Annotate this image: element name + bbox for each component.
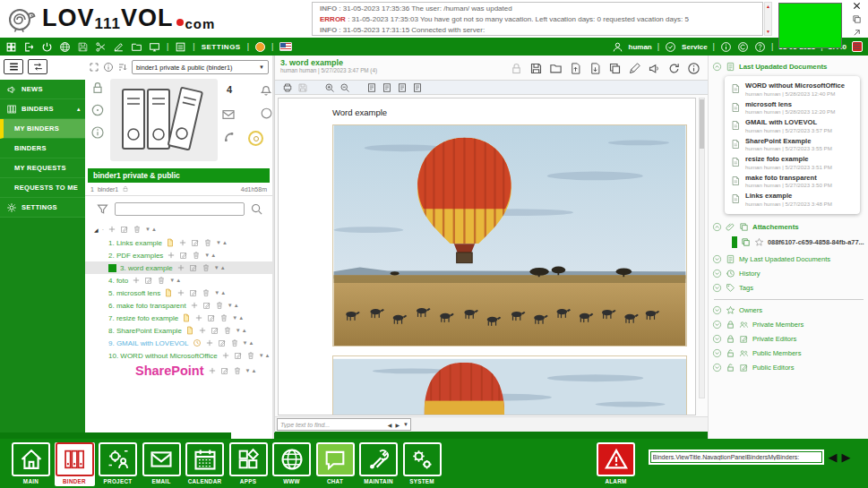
dock-main[interactable]: MAIN [11, 442, 51, 486]
section-tags[interactable]: Tags [712, 281, 865, 295]
message-log-scrollbar[interactable]: ▲▼ [764, 2, 772, 36]
pencil-icon[interactable] [234, 351, 243, 360]
funnel-icon[interactable] [96, 202, 109, 216]
envelope-icon[interactable] [221, 107, 236, 122]
info-circle-icon[interactable] [103, 62, 114, 73]
recent-document[interactable]: resize foto examplehuman human | 5/27/20… [728, 154, 856, 173]
recent-document[interactable]: WORD without MicrosoftOfficehuman human … [728, 81, 856, 99]
chevdn-icon[interactable] [712, 283, 722, 293]
info-icon[interactable] [687, 62, 700, 75]
chevdn-icon[interactable] [712, 269, 722, 278]
open-folder-icon[interactable] [549, 62, 563, 75]
zoom-out-icon[interactable] [339, 82, 350, 93]
tree-item-sharepoint[interactable]: SharePoint▼▲ [85, 362, 272, 380]
delete-icon[interactable] [133, 225, 142, 234]
sidebar-item-news[interactable]: NEWS [0, 80, 85, 99]
last-updated-header[interactable]: Last Upadated Documents [712, 60, 865, 73]
trash-icon[interactable] [202, 263, 211, 272]
tree-item-1-links-example[interactable]: 1. Links example▼▲ [85, 236, 272, 249]
sidebar-item-binders[interactable]: BINDERS▲ [0, 99, 85, 119]
recent-document[interactable]: microsoft lenshuman human | 5/28/2023 12… [728, 99, 856, 118]
find-previous-icon[interactable]: ◀ [386, 422, 394, 428]
username[interactable]: human [629, 43, 652, 51]
move-up-down-icons[interactable]: ▼▲ [243, 340, 255, 346]
trash-icon[interactable] [233, 366, 242, 375]
chevdn-icon[interactable] [712, 348, 722, 358]
dock-maintain[interactable]: MAINTAIN [358, 442, 399, 486]
chevdn-icon[interactable] [712, 320, 722, 330]
trash-icon[interactable] [215, 301, 224, 310]
lock-icon[interactable] [90, 81, 105, 95]
chevron-up-icon[interactable] [712, 62, 722, 72]
chevdn-icon[interactable] [712, 334, 722, 344]
section-private-editors[interactable]: Private Editors [712, 332, 865, 347]
plus-icon[interactable] [176, 263, 185, 272]
dock-apps[interactable]: APPS [228, 442, 269, 486]
single-page-icon[interactable] [397, 82, 408, 93]
user-icon[interactable] [612, 41, 623, 53]
plus-icon[interactable] [178, 238, 187, 247]
save-icon[interactable] [77, 41, 89, 53]
find-next-icon[interactable]: ▶ [393, 422, 401, 428]
navigation-path-input[interactable] [649, 449, 824, 465]
fit-width-icon[interactable] [382, 82, 392, 93]
pencil-icon[interactable] [189, 263, 198, 272]
copy-icon[interactable] [608, 62, 622, 75]
phone-icon[interactable] [223, 131, 237, 145]
dock-system[interactable]: SYSTEM [402, 442, 443, 486]
plus-icon[interactable] [167, 251, 176, 260]
pen-icon[interactable] [628, 62, 641, 75]
search-icon[interactable] [250, 202, 263, 216]
close-window-icon[interactable] [852, 1, 862, 11]
download-document-icon[interactable] [589, 62, 602, 75]
bell-icon[interactable] [259, 82, 273, 97]
announce-icon[interactable] [648, 62, 661, 75]
pencil-icon[interactable] [218, 338, 227, 347]
pencil-icon[interactable] [202, 301, 211, 310]
tree-collapse-icon[interactable]: ◢ [94, 227, 99, 233]
dock-binder[interactable]: BINDER [55, 442, 95, 486]
tree-search-input[interactable] [115, 202, 245, 216]
plus-icon[interactable] [190, 301, 199, 310]
info-circle-icon[interactable] [90, 125, 105, 140]
sidebar-item-my-requests[interactable]: MY REQUESTS [0, 158, 85, 178]
move-up-down-icons[interactable]: ▼▲ [145, 227, 158, 232]
copyright-icon[interactable] [737, 41, 749, 53]
trash-icon[interactable] [202, 288, 211, 297]
save-icon[interactable] [529, 62, 543, 75]
chevdn-icon[interactable] [712, 254, 722, 264]
sidebar-item-requests-to-me[interactable]: REQUESTS TO ME [0, 178, 85, 198]
save-copy-icon[interactable] [297, 82, 308, 93]
trash-icon[interactable] [203, 238, 212, 247]
tree-item-4-foto[interactable]: 4. foto▼▲ [85, 274, 272, 287]
globe-icon[interactable] [59, 41, 71, 53]
find-options-icon[interactable]: ▼ [401, 422, 410, 427]
dock-calendar[interactable]: CALENDAR [185, 442, 225, 486]
plus-icon[interactable] [221, 351, 230, 360]
move-up-down-icons[interactable]: ▼▲ [228, 303, 240, 308]
status-circle-icon[interactable] [90, 103, 105, 117]
circle-icon[interactable] [260, 107, 273, 120]
print-icon[interactable] [282, 82, 293, 93]
tree-root-row[interactable]: ◢· ▼▲ [85, 223, 272, 236]
trash-icon[interactable] [223, 326, 232, 335]
pencil-icon[interactable] [211, 326, 219, 335]
move-up-down-icons[interactable]: ▼▲ [214, 290, 227, 295]
lock-icon[interactable] [510, 62, 523, 75]
move-up-down-icons[interactable]: ▼▲ [169, 278, 182, 283]
dock-www[interactable]: WWW [271, 442, 312, 486]
viewer-horizontal-scrollbar[interactable] [274, 432, 702, 439]
tree-item-7-resize-foto-example[interactable]: 7. resize foto example▼▲ [85, 312, 272, 324]
service-check-icon[interactable] [665, 41, 676, 53]
attachment-item[interactable]: 088f6107-c659-4858-84fb-a77... [712, 234, 865, 253]
collapse-panel-button[interactable] [28, 59, 47, 74]
binder-card[interactable]: 4 [85, 77, 272, 168]
help-icon[interactable] [754, 41, 766, 53]
refresh-icon[interactable] [667, 62, 681, 75]
viewer-vertical-scrollbar[interactable] [699, 98, 705, 398]
list-icon[interactable] [175, 41, 186, 53]
chevdn-icon[interactable] [712, 363, 722, 372]
tree-item-6-make-foto-transparent[interactable]: 6. make foto transparent▼▲ [85, 299, 272, 312]
section-public-members[interactable]: Public Members [712, 347, 865, 361]
upload-document-icon[interactable] [569, 62, 582, 75]
